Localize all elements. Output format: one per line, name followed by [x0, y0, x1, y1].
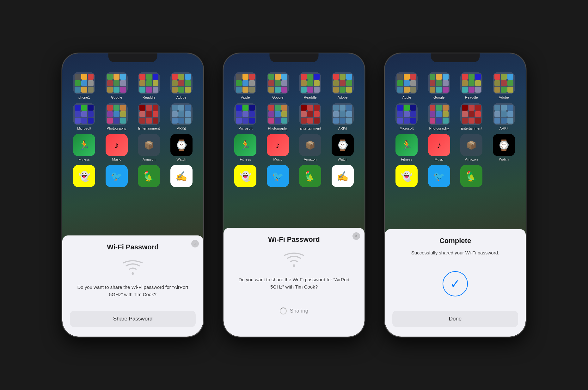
app-icon-music-3[interactable]: ♪ — [428, 134, 450, 156]
app-icon-amazon-1[interactable]: 📦 — [138, 134, 160, 156]
app-icon-fitness-2[interactable]: 🏃 — [234, 134, 256, 156]
app-icon-snapchat-1[interactable]: 👻 — [73, 165, 95, 187]
app-item-twitterrific-1: 🐦 — [101, 164, 132, 188]
wifi-icon-1 — [122, 259, 144, 277]
app-icon-redfinger-1[interactable]: ✍️ — [170, 165, 193, 187]
modal-overlay-1: × Wi-Fi Password Do you want to share th… — [62, 235, 203, 337]
app-icon-google-3[interactable] — [428, 72, 450, 94]
app-icon-watch-2[interactable]: ⌚ — [332, 134, 354, 156]
app-icon-adobe-2[interactable] — [332, 72, 354, 94]
app-icon-apple-3[interactable] — [395, 72, 418, 94]
app-item-google-2: Google — [262, 71, 294, 101]
app-icon-arkit-2[interactable] — [332, 103, 354, 125]
app-item-google-1: Google — [101, 71, 132, 101]
app-icon-google-1[interactable] — [106, 72, 128, 94]
label-adobe-2: Adobe — [338, 95, 348, 99]
phones-container: phone1 — [0, 0, 588, 390]
app-icon-entertainment-1[interactable] — [138, 103, 160, 125]
app-icon-microsoft-1[interactable] — [73, 103, 95, 125]
app-item-fitness-1: 🏃 Fitness — [69, 133, 100, 162]
app-icon-google-2[interactable] — [267, 72, 289, 94]
svg-point-0 — [132, 272, 134, 275]
app-item-arkit-1: ARKit — [166, 102, 197, 131]
app-icon-readdle-3[interactable] — [460, 72, 482, 94]
app-icon-amazon-3[interactable]: 📦 — [460, 134, 482, 156]
app-item-xmas-3: 🦜 — [456, 164, 487, 188]
app-icon-arkit-3[interactable] — [493, 103, 515, 125]
app-item-readdle-3: Readdle — [456, 71, 487, 101]
app-icon-watch-1[interactable]: ⌚ — [170, 134, 193, 156]
done-button-3[interactable]: Done — [392, 311, 518, 327]
app-icon-apple-1[interactable] — [73, 72, 95, 94]
app-item-entertainment-1: Entertainment — [133, 102, 165, 131]
app-item-music-3: ♪ Music — [424, 133, 455, 162]
app-item-apple-3: Apple — [391, 71, 422, 101]
app-icon-xmas-1[interactable]: 🦜 — [138, 165, 160, 187]
app-icon-apple-2[interactable] — [234, 72, 256, 94]
app-icon-twitterrific-3[interactable]: 🐦 — [428, 165, 450, 187]
share-password-button-1[interactable]: Share Password — [70, 311, 196, 327]
modal-title-2: Wi-Fi Password — [268, 235, 320, 244]
app-item-music-2: ♪ Music — [262, 133, 294, 162]
label-music-1: Music — [112, 157, 121, 161]
iphone-1: phone1 — [62, 53, 204, 337]
label-amazon-3: Amazon — [465, 157, 478, 161]
app-icon-entertainment-2[interactable] — [299, 103, 321, 125]
label-fitness-1: Fitness — [79, 157, 90, 161]
label-arkit-2: ARKit — [338, 126, 347, 130]
app-icon-amazon-2[interactable]: 📦 — [299, 134, 321, 156]
app-item-watch-2: ⌚ Watch — [327, 133, 358, 162]
modal-body-2: Do you want to share the Wi-Fi password … — [231, 276, 357, 290]
app-icon-microsoft-2[interactable] — [234, 103, 256, 125]
app-icon-photography-3[interactable] — [428, 103, 450, 125]
label-photography-2: Photography — [268, 126, 288, 130]
notch-3 — [431, 53, 480, 62]
app-icon-snapchat-3[interactable]: 👻 — [395, 165, 418, 187]
app-icon-twitterrific-1[interactable]: 🐦 — [106, 165, 128, 187]
app-item-watch-3: ⌚ Watch — [488, 133, 520, 162]
sharing-row-2: Sharing — [280, 308, 309, 314]
app-icon-music-2[interactable]: ♪ — [267, 134, 289, 156]
app-item-adobe-3: Adobe — [488, 71, 520, 101]
app-icon-readdle-1[interactable] — [138, 72, 160, 94]
app-item-twitterrific-2: 🐦 — [262, 164, 294, 188]
app-icon-xmas-2[interactable]: 🦜 — [299, 165, 321, 187]
app-icon-snapchat-2[interactable]: 👻 — [234, 165, 256, 187]
app-icon-adobe-3[interactable] — [493, 72, 515, 94]
app-icon-fitness-1[interactable]: 🏃 — [73, 134, 95, 156]
label-readdle-2: Readdle — [304, 95, 317, 99]
label-fitness-2: Fitness — [240, 157, 251, 161]
modal-close-2[interactable]: × — [352, 232, 360, 240]
app-item-amazon-1: 📦 Amazon — [133, 133, 165, 162]
label-watch-2: Watch — [338, 157, 347, 161]
app-icon-entertainment-3[interactable] — [460, 103, 482, 125]
app-item-arkit-2: ARKit — [327, 102, 358, 131]
app-item-watch-1: ⌚ Watch — [166, 133, 197, 162]
app-item-microsoft-2: Microsoft — [230, 102, 261, 131]
app-icon-xmas-3[interactable]: 🦜 — [460, 165, 482, 187]
label-photography-1: Photography — [107, 126, 126, 130]
app-icon-watch-3[interactable]: ⌚ — [493, 134, 515, 156]
app-grid-3: Apple — [385, 68, 526, 192]
app-icon-readdle-2[interactable] — [299, 72, 321, 94]
app-icon-fitness-3[interactable]: 🏃 — [395, 134, 418, 156]
app-icon-adobe-1[interactable] — [170, 72, 193, 94]
label-amazon-2: Amazon — [304, 157, 316, 161]
app-icon-twitterrific-2[interactable]: 🐦 — [267, 165, 289, 187]
modal-overlay-2: × Wi-Fi Password Do you want to share th… — [224, 228, 364, 337]
label-entertainment-3: Entertainment — [461, 126, 482, 130]
app-icon-music-1[interactable]: ♪ — [106, 134, 128, 156]
sharing-label-2: Sharing — [290, 308, 309, 314]
app-icon-redfinger-2[interactable]: ✍️ — [332, 165, 354, 187]
app-item-amazon-3: 📦 Amazon — [456, 133, 487, 162]
label-microsoft-1: Microsoft — [77, 126, 91, 130]
app-item-photography-2: Photography — [262, 102, 294, 131]
app-icon-photography-1[interactable] — [106, 103, 128, 125]
app-icon-microsoft-3[interactable] — [395, 103, 418, 125]
app-icon-arkit-1[interactable] — [170, 103, 193, 125]
app-icon-photography-2[interactable] — [267, 103, 289, 125]
modal-close-1[interactable]: × — [191, 240, 199, 247]
modal-card-2: × Wi-Fi Password Do you want to share th… — [224, 228, 364, 337]
label-microsoft-2: Microsoft — [238, 126, 253, 130]
app-item-twitterrific-3: 🐦 — [424, 164, 455, 188]
